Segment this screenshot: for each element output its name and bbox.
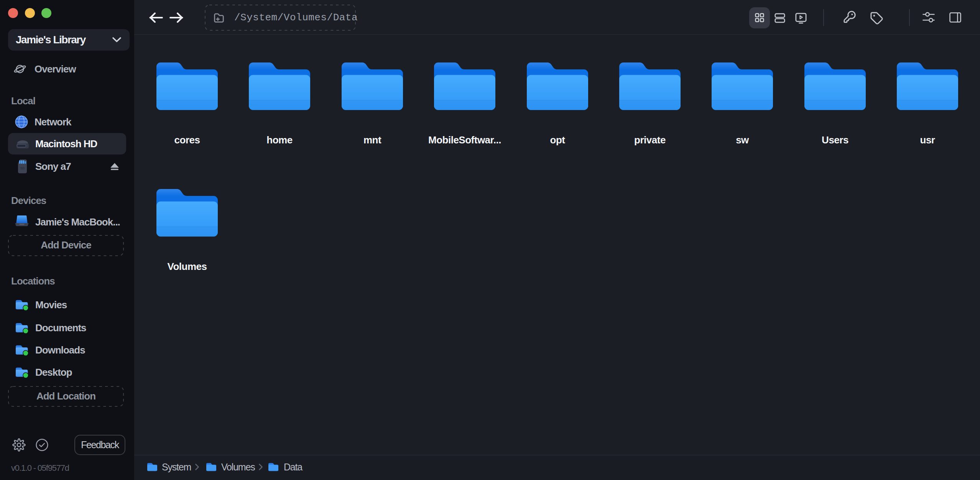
svg-text:SD: SD bbox=[20, 167, 25, 170]
